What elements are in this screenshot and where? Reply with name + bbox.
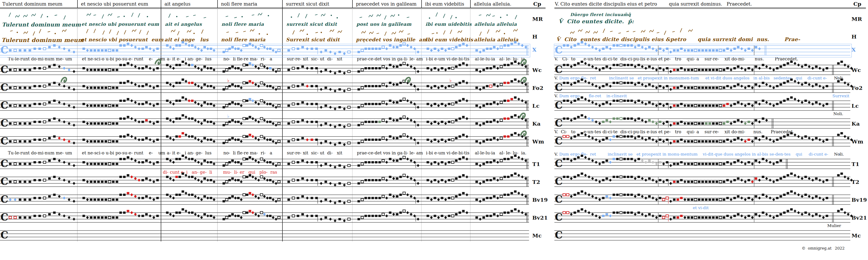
header-col-1: Tulerunt dominum meum	[2, 1, 62, 7]
row-label-mr-left: MR	[532, 16, 543, 22]
mr-script-col-8: alleluia alleluia	[474, 21, 517, 27]
c-clef: C	[555, 64, 562, 75]
row-label-wc-left: Wc	[532, 67, 542, 73]
header-rule	[0, 8, 546, 8]
c-clef: C	[0, 158, 8, 169]
row-label-h-right: H	[851, 33, 857, 40]
row-label-fo2-right: Fo2	[851, 85, 863, 91]
mr-script-right-line2: V̄ Cito euntes dicite. p̃:	[559, 18, 634, 24]
c-clef: C	[0, 212, 8, 223]
row-label-x-left: X	[532, 46, 536, 53]
header-col-6: praecedet vos in galileam	[356, 1, 416, 7]
column-divider-cap	[421, 0, 422, 8]
row-label-ka-right: Ka	[851, 120, 860, 127]
right-header: V. Cito euntes dicite discipulis eius et…	[555, 1, 752, 7]
neume-marks	[84, 29, 156, 36]
cp-label-left: Cp	[533, 1, 541, 7]
neume-marks	[476, 10, 525, 20]
flat-sign: ♭	[227, 113, 229, 119]
staff-wm-left: C	[0, 128, 529, 153]
mr-script-col-2: et nescio ubi posuerunt eum	[82, 21, 159, 27]
neume-marks	[477, 29, 524, 36]
neume-marks	[359, 29, 417, 36]
row-label-bv21-right: Bv21	[851, 215, 867, 221]
cp-label-right: Cp	[854, 1, 861, 7]
column-divider-cap	[161, 0, 161, 8]
liquescent-swirl	[61, 78, 66, 82]
flat-sign: ♭	[449, 78, 451, 83]
column-divider-cap	[352, 0, 353, 8]
neume-marks	[83, 10, 157, 20]
column-divider-cap	[282, 0, 283, 8]
neume-marks	[427, 10, 466, 20]
c-clef: C	[0, 117, 8, 129]
row-label-ka-left: Ka	[532, 120, 541, 127]
mr-script-col-7: ibi eum uidebitis	[426, 21, 472, 27]
row-label-h-left: H	[532, 33, 537, 40]
c-clef: C	[0, 194, 8, 205]
header-col-3: ait angelus	[164, 1, 190, 7]
row-label-lc-right: Lc	[851, 103, 859, 109]
staff-mc-left: C	[0, 222, 529, 247]
row-label-bv19-right: Bv19	[851, 197, 867, 203]
c-clef: C	[555, 229, 562, 241]
mr-script-right-line1: Dũergo fleret inciuuam̃q̃	[570, 12, 631, 17]
neume-marks	[7, 29, 72, 36]
neume-marks	[289, 29, 348, 36]
row-label-lc-left: Lc	[532, 103, 539, 109]
c-clef: C	[0, 64, 8, 75]
column-divider-cap	[217, 0, 218, 8]
chant-comparison-page: Tulerunt dominum meumet nescio ubi posue…	[0, 0, 868, 260]
row-label-t1-left: T1	[532, 161, 540, 167]
liquescent-swirl	[520, 113, 525, 118]
c-clef: C	[555, 212, 562, 223]
mr-script-col-6: post uos in galileam	[356, 21, 411, 27]
row-label-t2-right: T2	[851, 179, 859, 185]
staff-mc-right: C	[554, 222, 850, 247]
neume-marks	[288, 10, 348, 20]
header-col-2: et nescio ubi posuerunt eum	[81, 1, 148, 7]
header-col-4: noli flere maria	[221, 1, 257, 7]
row-label-wm-left: Wm	[532, 138, 544, 145]
row-label-x-right: X	[851, 46, 856, 53]
c-clef: C	[0, 135, 8, 147]
c-clef: C	[555, 100, 562, 111]
neume-marks	[6, 10, 73, 20]
c-clef: C	[0, 229, 8, 241]
row-label-mc-left: Mc	[532, 232, 541, 239]
staff-wm-right: C	[554, 128, 850, 153]
c-clef: C	[555, 158, 562, 169]
row-label-t1-right: T1	[851, 161, 859, 167]
row-label-t2-left: T2	[532, 179, 540, 185]
row-label-wm-right: Wm	[851, 138, 863, 145]
c-clef: C	[555, 176, 562, 187]
neume-marks	[223, 10, 278, 20]
x-row-highlight-box	[0, 44, 530, 57]
liquescent-swirl	[155, 60, 160, 64]
row-label-fo2-left: Fo2	[532, 85, 544, 91]
c-clef: C	[555, 194, 562, 205]
copyright-year: 2022	[835, 246, 844, 251]
copyright-site-link[interactable]: omnigreg.at	[808, 246, 832, 251]
c-clef: C	[0, 100, 8, 111]
header-rule	[554, 8, 866, 8]
column-divider-cap	[470, 0, 471, 8]
c-clef: C	[0, 82, 8, 93]
copyright-line: ©omnigreg.at2022	[802, 246, 844, 251]
neume-marks	[167, 10, 213, 20]
neume-marks	[428, 29, 466, 36]
x-row-highlight-box-right	[554, 44, 852, 57]
c-clef: C	[555, 117, 562, 129]
liquescent-swirl	[521, 78, 526, 82]
row-label-mc-right: Mc	[851, 232, 861, 239]
row-label-bv21-left: Bv21	[532, 215, 548, 221]
liquescent-swirl	[521, 60, 526, 64]
c-clef: C	[0, 176, 8, 187]
header-col-5: surrexit sicut dixit	[286, 1, 329, 7]
c-clef: C	[555, 135, 562, 147]
row-label-bv19-left: Bv19	[532, 197, 548, 203]
mr-script-col-3: ait ei angelus	[165, 21, 202, 27]
mr-script-col-4: noli flere maria	[221, 21, 264, 27]
c-clef: C	[555, 82, 562, 93]
mr-script-col-5: surrexit sicut dixit	[286, 21, 337, 27]
